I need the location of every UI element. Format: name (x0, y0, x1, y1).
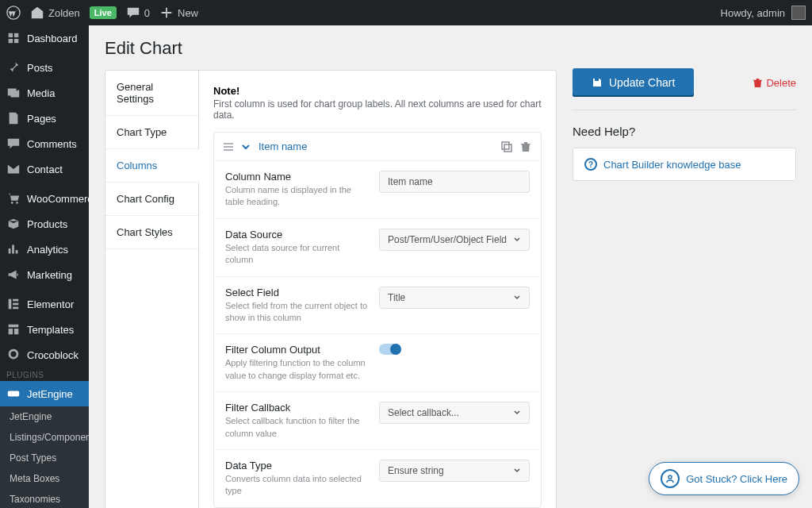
tab-chart-styles[interactable]: Chart Styles (105, 216, 198, 249)
site-name[interactable]: Zolden (30, 6, 80, 20)
menu-pages[interactable]: Pages (0, 106, 89, 131)
settings-panel: General SettingsChart TypeColumnsChart C… (105, 70, 557, 508)
svg-rect-7 (13, 307, 18, 310)
comments-count[interactable]: 0 (126, 6, 150, 20)
menu-posts[interactable]: Posts (0, 55, 89, 80)
menu-marketing[interactable]: Marketing (0, 262, 89, 287)
field-label: Filter Column Output (225, 344, 368, 356)
menu-crocoblock[interactable]: Crocoblock (0, 342, 89, 368)
avatar[interactable] (791, 6, 806, 20)
menu-label: WooCommerce (27, 193, 89, 205)
menu-contact[interactable]: Contact (0, 156, 89, 182)
svg-rect-8 (8, 391, 19, 396)
field-label: Data Type (225, 460, 368, 471)
field-desc: Column name is displayed in the table he… (225, 184, 368, 209)
select-field-select[interactable]: Title (379, 287, 530, 309)
menu-label: Contact (27, 164, 63, 175)
svg-point-27 (668, 475, 672, 479)
plugins-separator: PLUGINS (0, 368, 89, 381)
data-type-select[interactable]: Ensure string (379, 460, 530, 482)
data-source-select[interactable]: Post/Term/User/Object Field (379, 229, 530, 251)
menu-label: Elementor (27, 298, 74, 310)
menu-woocommerce[interactable]: WooCommerce (0, 186, 89, 211)
delete-button[interactable]: Delete (753, 77, 796, 89)
howdy-text[interactable]: Howdy, admin (721, 7, 785, 19)
field-desc: Converts column data into selected type (225, 473, 368, 498)
wp-logo[interactable] (6, 6, 21, 20)
svg-rect-12 (224, 143, 233, 144)
field-desc: Select field from the current object to … (225, 300, 368, 325)
field-label: Data Source (225, 229, 368, 241)
svg-point-3 (16, 202, 18, 204)
menu-elementor[interactable]: Elementor (0, 291, 89, 317)
field-desc: Apply filtering function to the column v… (225, 357, 368, 382)
submenu-taxonomies[interactable]: Taxonomies (0, 489, 89, 508)
menu-label: Posts (27, 62, 53, 74)
menu-label: JetEngine (27, 388, 73, 400)
svg-rect-13 (224, 146, 233, 148)
column-name-input[interactable] (379, 171, 530, 193)
column-header[interactable]: Item name (214, 133, 541, 160)
page-title: Edit Chart (105, 38, 557, 59)
new-content[interactable]: New (159, 6, 198, 20)
admin-sidebar: DashboardPostsMediaPagesCommentsContactW… (0, 25, 89, 508)
svg-rect-5 (13, 299, 18, 302)
chevron-down-icon[interactable] (241, 142, 251, 152)
svg-rect-15 (502, 142, 509, 149)
submenu-meta-boxes[interactable]: Meta Boxes (0, 468, 89, 489)
menu-templates[interactable]: Templates (0, 317, 89, 342)
menu-comments[interactable]: Comments (0, 131, 89, 156)
menu-label: Products (27, 218, 67, 230)
submenu-listings-components[interactable]: Listings/Components (0, 427, 89, 448)
menu-media[interactable]: Media (0, 80, 89, 106)
field-label: Column Name (225, 171, 368, 183)
help-icon: ? (584, 158, 597, 171)
admin-bar: Zolden Live 0 New Howdy, admin (0, 0, 812, 25)
field-desc: Select callback function to filter the c… (225, 415, 368, 440)
menu-label: Comments (27, 138, 77, 150)
update-chart-button[interactable]: Update Chart (573, 68, 694, 97)
submenu-post-types[interactable]: Post Types (0, 448, 89, 468)
note-desc: First column is used for chart group lab… (213, 98, 542, 121)
tabs-nav: General SettingsChart TypeColumnsChart C… (105, 71, 199, 508)
menu-label: Marketing (27, 269, 72, 281)
headset-icon (661, 469, 680, 488)
tab-chart-config[interactable]: Chart Config (105, 183, 198, 216)
help-link[interactable]: Chart Builder knowledge base (603, 159, 741, 171)
filter-output-toggle[interactable] (379, 344, 401, 355)
field-desc: Select data source for current column (225, 242, 368, 267)
menu-label: Pages (27, 113, 56, 125)
menu-label: Analytics (27, 244, 68, 256)
menu-analytics[interactable]: Analytics (0, 237, 89, 262)
delete-icon[interactable] (520, 141, 531, 152)
live-badge: Live (90, 6, 117, 19)
svg-point-2 (11, 202, 13, 204)
callback-select[interactable]: Select callback... (379, 402, 530, 424)
field-label: Select Field (225, 287, 368, 298)
field-label: Filter Callback (225, 402, 368, 414)
tab-content: Note! First column is used for chart gro… (199, 71, 556, 508)
svg-point-1 (10, 90, 12, 93)
column-title: Item name (259, 140, 493, 152)
got-stuck-button[interactable]: Got Stuck? Click Here (649, 462, 799, 495)
tab-general-settings[interactable]: General Settings (105, 71, 198, 116)
tab-chart-type[interactable]: Chart Type (105, 116, 198, 149)
help-card[interactable]: ? Chart Builder knowledge base (573, 148, 796, 181)
drag-handle-icon[interactable] (224, 142, 233, 152)
svg-rect-16 (504, 144, 511, 152)
menu-label: Dashboard (27, 33, 78, 44)
help-title: Need Help? (573, 125, 796, 138)
column-card: Item name Column NameColumn name is disp… (213, 132, 542, 508)
menu-label: Media (27, 87, 55, 99)
tab-columns[interactable]: Columns (105, 149, 199, 183)
submenu-jetengine[interactable]: JetEngine (0, 406, 89, 427)
menu-dashboard[interactable]: Dashboard (0, 25, 89, 51)
menu-label: Templates (27, 324, 74, 336)
note-title: Note! (213, 85, 542, 97)
main-content: Edit Chart General SettingsChart TypeCol… (89, 25, 812, 508)
svg-rect-4 (9, 299, 12, 310)
menu-label: Crocoblock (27, 349, 79, 361)
copy-icon[interactable] (501, 141, 512, 152)
menu-jetengine[interactable]: JetEngine (0, 381, 89, 406)
menu-products[interactable]: Products (0, 211, 89, 237)
